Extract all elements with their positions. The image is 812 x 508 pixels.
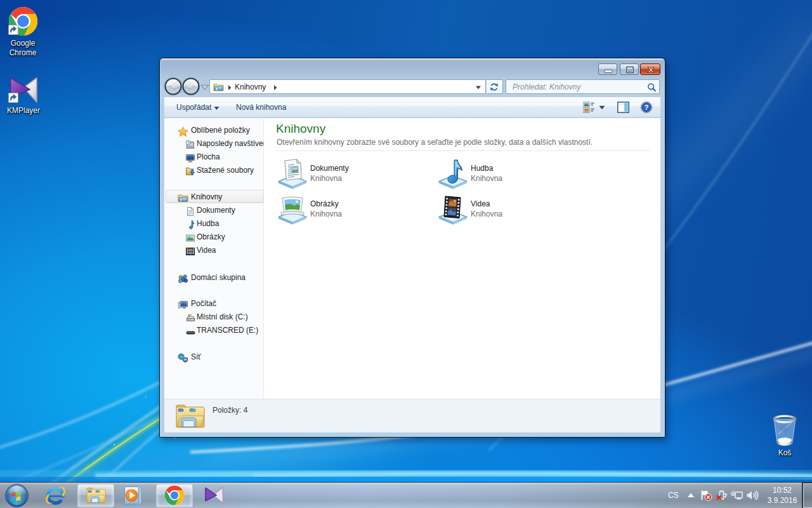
svg-text:?: ? [644,104,648,111]
